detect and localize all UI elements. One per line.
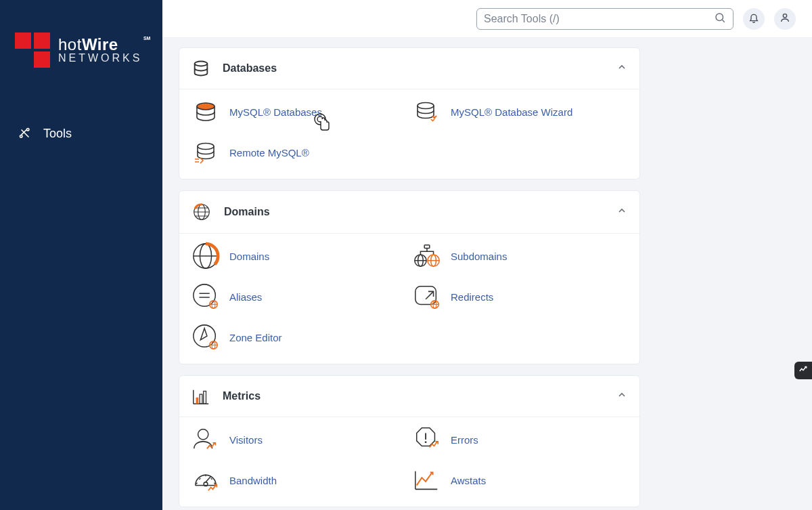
tool-label: Awstats bbox=[451, 475, 486, 486]
panel-title: Databases bbox=[223, 62, 604, 75]
brand-name-bold: Wire bbox=[82, 35, 118, 54]
svg-point-7 bbox=[198, 144, 214, 150]
svg-point-6 bbox=[418, 103, 434, 109]
awstats-icon bbox=[413, 466, 441, 494]
tool-remote-mysql[interactable]: Remote MySQL® bbox=[191, 138, 406, 167]
notifications-button[interactable] bbox=[743, 8, 765, 30]
svg-rect-20 bbox=[415, 286, 436, 305]
brand-text: hotWireSM NETWORKS bbox=[58, 36, 142, 64]
tool-aliases[interactable]: Aliases bbox=[191, 282, 406, 311]
svg-rect-26 bbox=[196, 398, 199, 404]
sidebar-item-tools[interactable]: Tools bbox=[0, 116, 162, 150]
topbar bbox=[162, 0, 812, 38]
svg-point-3 bbox=[783, 14, 786, 17]
account-button[interactable] bbox=[774, 8, 796, 30]
tool-label: Subdomains bbox=[451, 251, 507, 262]
brand-logo: hotWireSM NETWORKS bbox=[0, 0, 162, 87]
tool-errors[interactable]: Errors bbox=[413, 425, 627, 454]
svg-point-30 bbox=[425, 441, 427, 443]
tool-label: Bandwidth bbox=[229, 475, 277, 486]
svg-point-29 bbox=[198, 429, 208, 440]
tool-label: Remote MySQL® bbox=[229, 147, 309, 158]
panel-domains: Domains Domains bbox=[179, 190, 640, 364]
panel-header-databases[interactable]: Databases bbox=[179, 48, 639, 89]
tool-label: Redirects bbox=[451, 291, 493, 303]
chevron-up-icon bbox=[616, 62, 627, 75]
mysql-db-icon bbox=[191, 98, 220, 126]
chevron-up-icon bbox=[616, 205, 627, 219]
tool-mysql-databases[interactable]: MySQL® Databases bbox=[191, 98, 406, 126]
visitors-icon bbox=[191, 425, 220, 454]
tool-label: Visitors bbox=[229, 434, 263, 446]
user-icon bbox=[780, 12, 790, 26]
redirects-icon bbox=[413, 282, 441, 311]
tool-awstats[interactable]: Awstats bbox=[413, 466, 627, 494]
tool-visitors[interactable]: Visitors bbox=[191, 425, 406, 454]
tool-domains[interactable]: Domains bbox=[191, 242, 406, 270]
brand-name-thin: hot bbox=[58, 35, 82, 54]
svg-point-2 bbox=[716, 14, 723, 21]
tool-redirects[interactable]: Redirects bbox=[413, 282, 627, 311]
tool-label: Domains bbox=[229, 251, 269, 262]
panel-title: Domains bbox=[224, 206, 604, 218]
brand-mark bbox=[15, 33, 50, 68]
domains-icon bbox=[191, 242, 220, 270]
remote-mysql-icon bbox=[191, 138, 220, 167]
svg-point-5 bbox=[197, 103, 215, 110]
main-content: Databases MySQL® Databases bbox=[162, 38, 812, 510]
tool-bandwidth[interactable]: Bandwidth bbox=[191, 466, 406, 494]
zone-editor-icon bbox=[191, 323, 220, 352]
panel-title: Metrics bbox=[223, 390, 604, 402]
aliases-icon bbox=[191, 282, 220, 311]
panel-metrics: Metrics Visitors bbox=[179, 375, 640, 507]
panel-databases: Databases MySQL® Databases bbox=[179, 47, 640, 179]
sidebar-item-label: Tools bbox=[43, 127, 72, 141]
search-box[interactable] bbox=[476, 8, 734, 30]
svg-rect-27 bbox=[200, 394, 202, 404]
errors-icon bbox=[413, 425, 441, 454]
svg-rect-28 bbox=[204, 391, 206, 404]
panel-header-domains[interactable]: Domains bbox=[179, 191, 639, 234]
bandwidth-icon bbox=[191, 466, 220, 494]
panel-header-metrics[interactable]: Metrics bbox=[179, 376, 639, 417]
tool-mysql-wizard[interactable]: MySQL® Database Wizard bbox=[413, 98, 627, 126]
search-input[interactable] bbox=[484, 13, 714, 25]
tool-zone-editor[interactable]: Zone Editor bbox=[191, 323, 406, 352]
bell-icon bbox=[748, 12, 759, 26]
sidebar: hotWireSM NETWORKS Tools bbox=[0, 0, 162, 510]
tool-label: MySQL® Databases bbox=[229, 106, 322, 118]
chart-icon bbox=[798, 364, 808, 377]
database-icon bbox=[191, 59, 210, 78]
tool-label: Zone Editor bbox=[229, 332, 282, 343]
subdomains-icon bbox=[413, 242, 441, 270]
stats-fab[interactable] bbox=[794, 362, 812, 379]
chevron-up-icon bbox=[616, 389, 627, 403]
search-icon bbox=[714, 12, 726, 26]
tool-label: Aliases bbox=[229, 291, 262, 303]
globe-icon bbox=[191, 202, 212, 222]
svg-point-4 bbox=[195, 62, 208, 66]
metrics-icon bbox=[191, 387, 210, 406]
svg-rect-12 bbox=[424, 245, 430, 249]
tool-label: Errors bbox=[451, 434, 478, 446]
tools-icon bbox=[18, 126, 32, 141]
brand-sm: SM bbox=[143, 36, 151, 41]
svg-point-0 bbox=[27, 129, 29, 131]
mysql-wizard-icon bbox=[413, 98, 441, 126]
brand-subtitle: NETWORKS bbox=[58, 53, 142, 64]
svg-point-1 bbox=[20, 135, 22, 137]
tool-subdomains[interactable]: Subdomains bbox=[413, 242, 627, 270]
tool-label: MySQL® Database Wizard bbox=[451, 106, 572, 118]
